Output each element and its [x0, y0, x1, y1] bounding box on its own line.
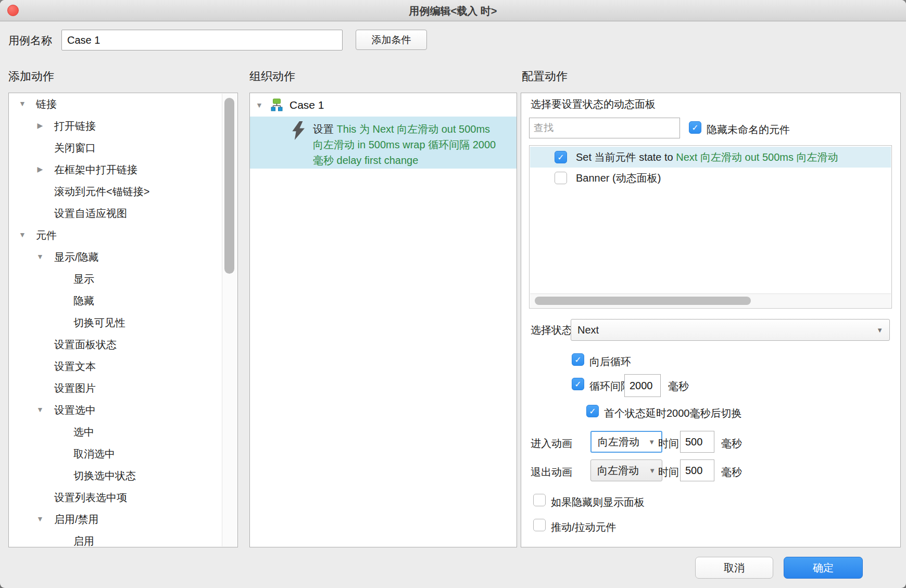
search-input[interactable]	[529, 118, 680, 138]
tree-item-show[interactable]: 显示	[9, 268, 222, 290]
tree-item-show-hide[interactable]: ▼显示/隐藏	[9, 246, 222, 268]
vertical-scrollbar[interactable]	[222, 94, 237, 546]
horizontal-scrollbar[interactable]	[530, 293, 891, 308]
exit-time-input[interactable]	[680, 459, 714, 481]
case-name-label: 用例名称	[8, 33, 52, 48]
hide-unnamed-checkbox[interactable]	[689, 121, 701, 134]
tree-item-set-image[interactable]: 设置图片	[9, 377, 222, 399]
push-pull-checkbox[interactable]	[533, 519, 546, 531]
scrollbar-thumb[interactable]	[535, 297, 751, 305]
tree-item-deselect[interactable]: 取消选中	[9, 443, 222, 465]
ms-label: 毫秒	[668, 379, 689, 393]
list-item-current-widget[interactable]: Set 当前元件 state to Next 向左滑动 out 500ms 向左…	[530, 147, 891, 168]
tree-item-set-panel-state[interactable]: 设置面板状态	[9, 334, 222, 355]
tree-item-set-text[interactable]: 设置文本	[9, 355, 222, 377]
exit-anim-label: 退出动画	[531, 465, 572, 479]
configure-action-panel: 选择要设置状态的动态面板 隐藏未命名的元件 Set 当前元件 state to …	[521, 93, 901, 547]
current-widget-checkbox[interactable]	[555, 151, 567, 163]
tree-item-set-selected[interactable]: ▼设置选中	[9, 399, 222, 421]
case-name-input[interactable]	[61, 30, 343, 50]
ms-label: 毫秒	[721, 437, 742, 451]
add-action-panel: ▼链接 ▶打开链接 关闭窗口 ▶在框架中打开链接 滚动到元件<锚链接> 设置自适…	[8, 93, 238, 547]
loop-interval-input[interactable]	[624, 374, 661, 397]
selected-action-row[interactable]: 设置 This 为 Next 向左滑动 out 500ms 向左滑动 in 50…	[250, 117, 517, 169]
expand-arrow-icon[interactable]: ▶	[34, 165, 46, 173]
push-pull-label: 推动/拉动元件	[551, 520, 616, 534]
ok-button[interactable]: 确定	[784, 557, 863, 579]
select-state-label: 选择状态	[531, 323, 572, 337]
select-panel-heading: 选择要设置状态的动态面板	[531, 97, 656, 111]
tree-item-set-list-selection[interactable]: 设置列表选中项	[9, 487, 222, 508]
case-editor-dialog: 用例编辑<载入 时> 用例名称 添加条件 添加动作 组织动作 配置动作 ▼链接 …	[0, 0, 906, 588]
collapse-arrow-icon[interactable]: ▼	[16, 231, 29, 239]
collapse-arrow-icon[interactable]: ▼	[256, 101, 263, 109]
banner-checkbox[interactable]	[555, 172, 567, 184]
collapse-arrow-icon[interactable]: ▼	[34, 515, 46, 523]
lightning-bolt-icon	[291, 121, 306, 142]
tree-item-open-in-frame[interactable]: ▶在框架中打开链接	[9, 159, 222, 181]
dynamic-panel-list: Set 当前元件 state to Next 向左滑动 out 500ms 向左…	[529, 145, 892, 309]
tree-item-hide[interactable]: 隐藏	[9, 290, 222, 312]
scrollbar-thumb[interactable]	[224, 98, 234, 274]
action-tree: ▼链接 ▶打开链接 关闭窗口 ▶在框架中打开链接 滚动到元件<锚链接> 设置自适…	[9, 93, 222, 547]
loop-back-checkbox[interactable]	[572, 353, 584, 366]
tree-item-select[interactable]: 选中	[9, 421, 222, 443]
tree-item-open-link[interactable]: ▶打开链接	[9, 115, 222, 137]
tree-item-toggle-visibility[interactable]: 切换可见性	[9, 312, 222, 334]
collapse-arrow-icon[interactable]: ▼	[34, 252, 46, 261]
chevron-down-icon: ▼	[876, 326, 883, 334]
add-action-header: 添加动作	[8, 69, 54, 84]
hide-unnamed-label: 隐藏未命名的元件	[707, 123, 790, 137]
case-label: Case 1	[290, 99, 324, 111]
chevron-down-icon: ▼	[648, 438, 655, 446]
exit-anim-select[interactable]: 向左滑动 ▼	[590, 459, 662, 481]
show-if-hidden-label: 如果隐藏则显示面板	[551, 495, 645, 509]
first-state-delay-label: 首个状态延时2000毫秒后切换	[604, 406, 742, 420]
organize-action-header: 组织动作	[249, 69, 295, 84]
tree-item-close-window[interactable]: 关闭窗口	[9, 137, 222, 159]
window-title: 用例编辑<载入 时>	[0, 4, 906, 18]
show-if-hidden-checkbox[interactable]	[533, 494, 546, 506]
title-bar: 用例编辑<载入 时>	[0, 0, 906, 21]
tree-item-enable[interactable]: 启用	[9, 530, 222, 547]
enter-time-input[interactable]	[680, 431, 714, 453]
tree-item-toggle-selected[interactable]: 切换选中状态	[9, 465, 222, 487]
state-select[interactable]: Next ▼	[571, 319, 890, 341]
case-sitemap-icon	[270, 98, 284, 113]
case-tree-row[interactable]: ▼ Case 1	[250, 93, 517, 117]
first-state-delay-checkbox[interactable]	[586, 405, 599, 417]
organize-action-panel: ▼ Case 1 设置 This 为 Next 向左滑动 out 500ms 向…	[249, 93, 517, 547]
action-description: 设置 This 为 Next 向左滑动 out 500ms 向左滑动 in 50…	[313, 121, 511, 168]
enter-anim-select[interactable]: 向左滑动 ▼	[590, 431, 662, 453]
tree-item-link[interactable]: ▼链接	[9, 93, 222, 115]
expand-arrow-icon[interactable]: ▶	[34, 121, 46, 130]
chevron-down-icon: ▼	[649, 467, 656, 475]
configure-action-header: 配置动作	[522, 69, 568, 84]
loop-interval-checkbox[interactable]	[572, 378, 584, 390]
enter-time-label: 时间	[658, 437, 679, 451]
exit-time-label: 时间	[658, 465, 679, 479]
tree-item-set-adaptive-view[interactable]: 设置自适应视图	[9, 202, 222, 224]
ms-label: 毫秒	[721, 465, 742, 479]
cancel-button[interactable]: 取消	[695, 557, 773, 579]
list-item-banner[interactable]: Banner (动态面板)	[530, 168, 891, 188]
tree-item-enable-disable[interactable]: ▼启用/禁用	[9, 508, 222, 530]
collapse-arrow-icon[interactable]: ▼	[16, 99, 29, 108]
collapse-arrow-icon[interactable]: ▼	[34, 405, 46, 414]
tree-item-widget[interactable]: ▼元件	[9, 224, 222, 246]
enter-anim-label: 进入动画	[531, 437, 572, 451]
tree-item-scroll-to-widget[interactable]: 滚动到元件<锚链接>	[9, 181, 222, 202]
add-condition-button[interactable]: 添加条件	[356, 30, 427, 50]
loop-back-label: 向后循环	[589, 355, 631, 369]
